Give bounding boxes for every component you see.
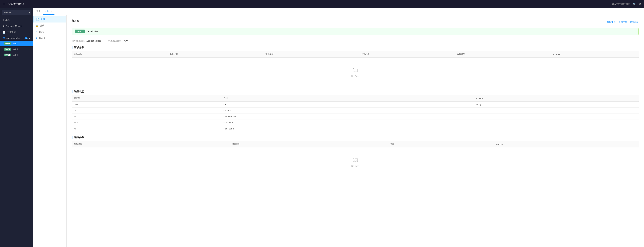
no-data-icon-2: 🗂 bbox=[352, 156, 359, 163]
request-type-value: application/json bbox=[86, 40, 102, 42]
request-params-no-data: 🗂 No Data bbox=[74, 59, 636, 84]
no-data-text-1: No Data bbox=[351, 75, 360, 77]
tab-close-hello[interactable]: ✕ bbox=[51, 10, 52, 12]
doc-sidebar-test-icon: 🔒 bbox=[36, 24, 38, 27]
doc-mgmt-icon: 📄 bbox=[3, 31, 6, 33]
request-type-pair: 请求数据类型 application/json bbox=[72, 39, 102, 42]
doc-sidebar-open[interactable]: ↗ Open bbox=[33, 29, 66, 35]
status-schema: string bbox=[474, 102, 638, 108]
sidebar-item-swagger-label: Swagger Models bbox=[6, 25, 22, 27]
doc-sidebar-doc-label: 文档 bbox=[40, 18, 45, 21]
status-desc: Not Found bbox=[222, 126, 474, 132]
method-badge-hello3: POST bbox=[4, 53, 11, 56]
response-type-pair: 响应数据类型 [ "*/*" ] bbox=[108, 39, 129, 42]
endpoint-bar: POST /user/hello bbox=[72, 28, 638, 35]
request-params-title: 请求参数 bbox=[72, 46, 638, 49]
sidebar: default ⌂ 主页 ◈ Swagger Models 📄 文档管理 ▾ 👤… bbox=[0, 8, 33, 247]
col-status-schema: schema bbox=[474, 95, 638, 102]
col-status-code: 状态码 bbox=[72, 95, 222, 102]
method-badge-hello: POST bbox=[4, 42, 11, 45]
doc-title: hello bbox=[72, 19, 79, 23]
sidebar-endpoint-hello2[interactable]: POST hello2 bbox=[0, 46, 33, 52]
sidebar-item-swagger[interactable]: ◈ Swagger Models bbox=[0, 23, 33, 29]
status-schema bbox=[474, 120, 638, 126]
endpoint-hello2-name: hello2 bbox=[12, 48, 18, 50]
tab-home-label: 主页 bbox=[36, 10, 41, 13]
col-data-type: 数据类型 bbox=[455, 51, 551, 58]
response-type-value: [ "*/*" ] bbox=[123, 40, 129, 42]
response-status-title: 响应状态 bbox=[72, 90, 638, 93]
controller-icon: 👤 bbox=[3, 37, 6, 39]
status-desc: Created bbox=[222, 108, 474, 114]
status-desc: OK bbox=[222, 102, 474, 108]
no-data-text-2: No Data bbox=[351, 165, 360, 167]
copy-address-button[interactable]: 复制地址 bbox=[630, 21, 638, 24]
tab-home[interactable]: 主页 bbox=[34, 8, 43, 14]
tab-hello[interactable]: hello ✕ bbox=[43, 8, 54, 14]
response-status-table: 状态码 说明 schema 200 OK string 201 Created … bbox=[72, 95, 638, 132]
controller-label: user-controller bbox=[6, 37, 20, 39]
col-resp-schema: schema bbox=[494, 141, 638, 147]
project-select[interactable]: default bbox=[2, 10, 31, 15]
copy-buttons: 复制接口 复制文档 复制地址 bbox=[607, 21, 638, 24]
doc-sidebar-open-icon: ↗ bbox=[36, 30, 38, 33]
top-header: ☰ 金答评判系统 输入文档关键字搜索 🔍 ⚙ bbox=[0, 0, 644, 8]
doc-main: hello 复制接口 复制文档 复制地址 POST /user/hello 请求… bbox=[66, 15, 644, 247]
col-param-name: 参数名称 bbox=[72, 51, 168, 58]
response-status-row: 200 OK string bbox=[72, 102, 638, 108]
doc-sidebar-open-label: Open bbox=[39, 31, 44, 33]
response-status-row: 403 Forbidden bbox=[72, 120, 638, 126]
doc-sidebar-script[interactable]: ⚙ Script bbox=[33, 35, 66, 41]
col-resp-param-name: 参数名称 bbox=[72, 141, 230, 147]
endpoint-path: /user/hello bbox=[87, 30, 98, 33]
home-icon: ⌂ bbox=[3, 18, 4, 21]
status-schema bbox=[474, 108, 638, 114]
status-schema bbox=[474, 114, 638, 120]
doc-sidebar-script-icon: ⚙ bbox=[36, 37, 38, 39]
endpoint-hello3-name: hello3 bbox=[12, 54, 18, 56]
doc-sidebar: 📄 文档 🔒 调试 ↗ Open ⚙ Script bbox=[33, 15, 66, 247]
response-params-no-data: 🗂 No Data bbox=[74, 149, 636, 174]
sidebar-item-home[interactable]: ⌂ 主页 bbox=[0, 17, 33, 23]
tab-bar: 主页 hello ✕ bbox=[33, 8, 644, 15]
endpoint-hello-name: hello bbox=[12, 42, 17, 45]
response-status-row: 401 Unauthorized bbox=[72, 114, 638, 120]
sidebar-item-doc-mgmt[interactable]: 📄 文档管理 ▾ bbox=[0, 29, 33, 35]
doc-layout: 📄 文档 🔒 调试 ↗ Open ⚙ Script bbox=[33, 15, 644, 247]
tab-hello-label: hello bbox=[45, 10, 49, 12]
request-type-label: 请求数据类型 bbox=[72, 39, 85, 42]
main-layout: default ⌂ 主页 ◈ Swagger Models 📄 文档管理 ▾ 👤… bbox=[0, 8, 644, 247]
method-badge-hello2: POST bbox=[4, 48, 11, 50]
status-code: 404 bbox=[72, 126, 222, 132]
menu-icon[interactable]: ☰ bbox=[3, 2, 6, 6]
settings-icon[interactable]: ⚙ bbox=[639, 2, 641, 6]
status-code: 401 bbox=[72, 114, 222, 120]
col-status-desc: 说明 bbox=[222, 95, 474, 102]
endpoint-method: POST bbox=[75, 29, 85, 33]
search-icon[interactable]: 🔍 bbox=[633, 2, 636, 6]
doc-sidebar-doc-icon: 📄 bbox=[36, 18, 39, 21]
col-schema: schema bbox=[551, 51, 638, 58]
meta-row: 请求数据类型 application/json 响应数据类型 [ "*/*" ] bbox=[72, 38, 638, 43]
response-type-label: 响应数据类型 bbox=[108, 39, 121, 42]
doc-title-row: hello 复制接口 复制文档 复制地址 bbox=[72, 19, 638, 25]
status-desc: Forbidden bbox=[222, 120, 474, 126]
doc-mgmt-chevron: ▾ bbox=[30, 31, 30, 33]
status-desc: Unauthorized bbox=[222, 114, 474, 120]
request-params-table: 参数名称 参数说明 请求类型 是否必须 数据类型 schema bbox=[72, 51, 638, 86]
sidebar-endpoint-hello[interactable]: POST hello bbox=[0, 41, 33, 46]
swagger-icon: ◈ bbox=[3, 25, 4, 27]
sidebar-endpoint-hello3[interactable]: POST hello3 bbox=[0, 52, 33, 58]
doc-sidebar-test[interactable]: 🔒 调试 bbox=[33, 22, 66, 29]
col-resp-param-desc: 参数说明 bbox=[230, 141, 388, 147]
controller-badge: 3 bbox=[24, 37, 28, 39]
sidebar-item-doc-mgmt-label: 文档管理 bbox=[7, 31, 16, 34]
doc-sidebar-doc[interactable]: 📄 文档 bbox=[33, 16, 66, 22]
search-placeholder: 输入文档关键字搜索 bbox=[612, 3, 630, 5]
controller-header[interactable]: 👤 user-controller 3 ▲ bbox=[0, 35, 33, 41]
copy-interface-button[interactable]: 复制接口 bbox=[607, 21, 616, 24]
no-data-icon-1: 🗂 bbox=[352, 66, 359, 73]
status-code: 201 bbox=[72, 108, 222, 114]
col-param-desc: 参数说明 bbox=[168, 51, 264, 58]
copy-doc-button[interactable]: 复制文档 bbox=[618, 21, 627, 24]
